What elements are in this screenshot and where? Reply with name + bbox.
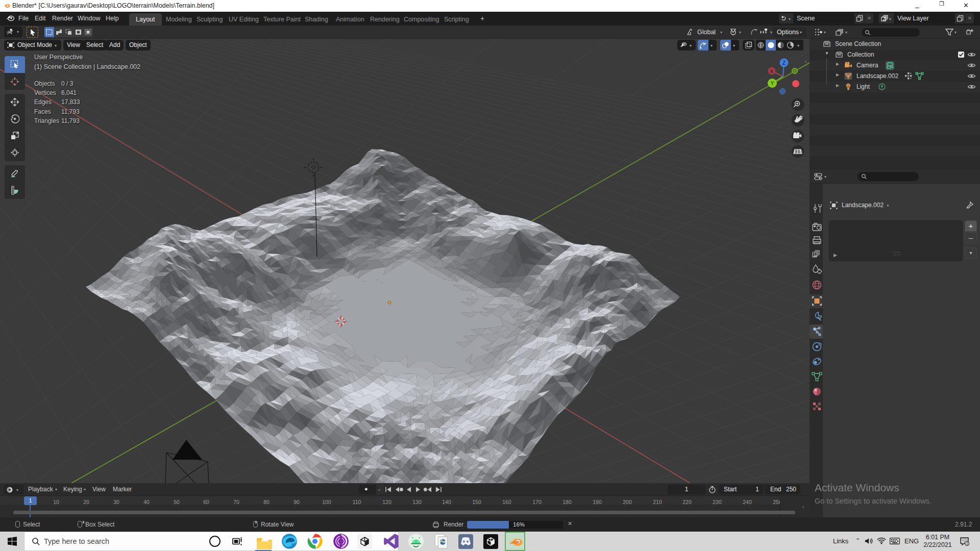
svg-text:Y: Y xyxy=(771,81,774,86)
svg-text:Z: Z xyxy=(782,60,786,66)
svg-text:X: X xyxy=(770,68,774,74)
svg-text:1: 1 xyxy=(966,541,968,546)
